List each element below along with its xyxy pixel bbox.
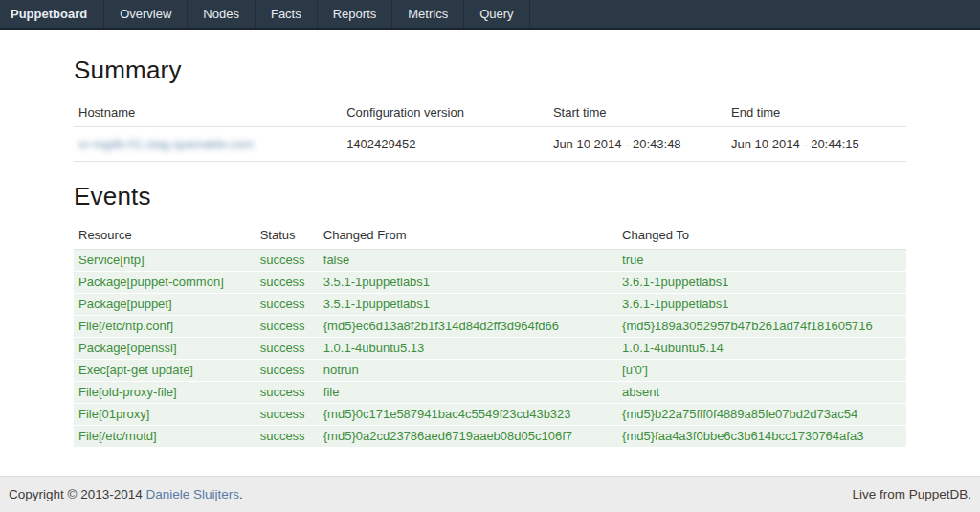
events-heading: Events xyxy=(74,182,906,211)
copyright-suffix: . xyxy=(239,487,243,501)
top-navbar: Puppetboard Overview Nodes Facts Reports… xyxy=(0,0,980,30)
summary-col-config-version: Configuration version xyxy=(342,99,548,127)
event-status: success xyxy=(256,360,319,382)
event-resource: Exec[apt-get update] xyxy=(74,360,256,382)
summary-heading: Summary xyxy=(74,56,906,85)
event-row: File[old-proxy-file] success file absent xyxy=(74,382,906,404)
event-resource: Service[ntp] xyxy=(74,250,256,272)
copyright-text: Copyright © 2013-2014 Daniele Sluijters. xyxy=(9,487,243,501)
event-row: Package[puppet-common] success 3.5.1-1pu… xyxy=(74,272,906,294)
puppetdb-status-text: Live from PuppetDB. xyxy=(852,487,971,501)
event-status: success xyxy=(256,272,319,294)
event-resource: File[/etc/motd] xyxy=(74,426,256,448)
event-changed-from: file xyxy=(319,382,617,404)
event-changed-to: {md5}faa4a3f0bbe6c3b614bcc1730764afa3 xyxy=(617,426,906,448)
nav-item-metrics[interactable]: Metrics xyxy=(391,0,463,28)
nav-item-query[interactable]: Query xyxy=(463,0,529,28)
event-row: File[01proxy] success {md5}0c171e587941b… xyxy=(74,404,906,426)
event-row: Exec[apt-get update] success notrun [u'0… xyxy=(74,360,906,382)
nav-item-nodes[interactable]: Nodes xyxy=(187,0,255,28)
event-resource: Package[openssl] xyxy=(74,338,256,360)
event-status: success xyxy=(256,338,319,360)
main-content: Summary Hostname Configuration version S… xyxy=(0,56,980,448)
event-resource: File[01proxy] xyxy=(74,404,256,426)
event-status: success xyxy=(256,404,319,426)
event-changed-from: {md5}ec6d13a8f2b1f314d84d2ff3d964fd66 xyxy=(319,316,617,338)
events-col-resource: Resource xyxy=(74,221,256,250)
events-col-status: Status xyxy=(256,221,319,250)
event-status: success xyxy=(256,250,319,272)
navbar-brand-puppetboard[interactable]: Puppetboard xyxy=(0,0,103,28)
event-status: success xyxy=(256,382,319,404)
event-changed-from: {md5}0c171e587941bac4c5549f23cd43b323 xyxy=(319,404,617,426)
event-row: Package[openssl] success 1.0.1-4ubuntu5.… xyxy=(74,338,906,360)
summary-table: Hostname Configuration version Start tim… xyxy=(74,99,906,162)
event-changed-from: 3.5.1-1puppetlabs1 xyxy=(319,272,617,294)
event-changed-from: 1.0.1-4ubuntu5.13 xyxy=(319,338,617,360)
event-changed-from: {md5}0a2cd23786aed6719aaeb08d05c106f7 xyxy=(319,426,617,448)
summary-col-start-time: Start time xyxy=(548,99,726,127)
event-changed-to: {md5}b22a75fff0f4889a85fe07bd2d73ac54 xyxy=(617,404,906,426)
nav-item-overview[interactable]: Overview xyxy=(103,0,187,28)
nav-item-reports[interactable]: Reports xyxy=(317,0,392,28)
summary-config-version-value: 1402429452 xyxy=(342,127,548,162)
summary-hostname-cell: sr-mgdb-01.stag.spamable.com xyxy=(74,127,342,162)
events-table: Resource Status Changed From Changed To … xyxy=(74,221,906,448)
summary-start-time-value: Jun 10 2014 - 20:43:48 xyxy=(548,127,726,162)
event-changed-from: notrun xyxy=(319,360,617,382)
event-changed-to: 3.6.1-1puppetlabs1 xyxy=(617,272,906,294)
event-resource: File[/etc/ntp.conf] xyxy=(74,316,256,338)
event-changed-from: 3.5.1-1puppetlabs1 xyxy=(319,294,617,316)
copyright-prefix: Copyright © 2013-2014 xyxy=(9,487,146,501)
summary-header-row: Hostname Configuration version Start tim… xyxy=(74,99,906,127)
events-col-changed-from: Changed From xyxy=(319,221,617,250)
summary-row: sr-mgdb-01.stag.spamable.com 1402429452 … xyxy=(74,127,906,162)
summary-end-time-value: Jun 10 2014 - 20:44:15 xyxy=(726,127,906,162)
event-row: File[/etc/ntp.conf] success {md5}ec6d13a… xyxy=(74,316,906,338)
nav-item-facts[interactable]: Facts xyxy=(255,0,317,28)
summary-col-end-time: End time xyxy=(726,99,906,127)
summary-col-hostname: Hostname xyxy=(74,99,342,127)
event-status: success xyxy=(256,316,319,338)
event-row: Package[puppet] success 3.5.1-1puppetlab… xyxy=(74,294,906,316)
event-changed-to: {md5}189a3052957b47b261ad74f181605716 xyxy=(617,316,906,338)
event-changed-to: absent xyxy=(617,382,906,404)
event-changed-from: false xyxy=(319,250,617,272)
event-changed-to: [u'0'] xyxy=(617,360,906,382)
event-status: success xyxy=(256,426,319,448)
hostname-link-redacted[interactable]: sr-mgdb-01.stag.spamable.com xyxy=(78,137,254,151)
event-status: success xyxy=(256,294,319,316)
event-changed-to: true xyxy=(617,250,906,272)
page-footer: Copyright © 2013-2014 Daniele Sluijters.… xyxy=(0,476,980,512)
event-resource: Package[puppet] xyxy=(74,294,256,316)
author-link[interactable]: Daniele Sluijters xyxy=(146,487,240,501)
events-col-changed-to: Changed To xyxy=(617,221,906,250)
events-header-row: Resource Status Changed From Changed To xyxy=(74,221,906,250)
event-resource: File[old-proxy-file] xyxy=(74,382,256,404)
event-row: Service[ntp] success false true xyxy=(74,250,906,272)
event-row: File[/etc/motd] success {md5}0a2cd23786a… xyxy=(74,426,906,448)
event-changed-to: 3.6.1-1puppetlabs1 xyxy=(617,294,906,316)
event-resource: Package[puppet-common] xyxy=(74,272,256,294)
event-changed-to: 1.0.1-4ubuntu5.14 xyxy=(617,338,906,360)
